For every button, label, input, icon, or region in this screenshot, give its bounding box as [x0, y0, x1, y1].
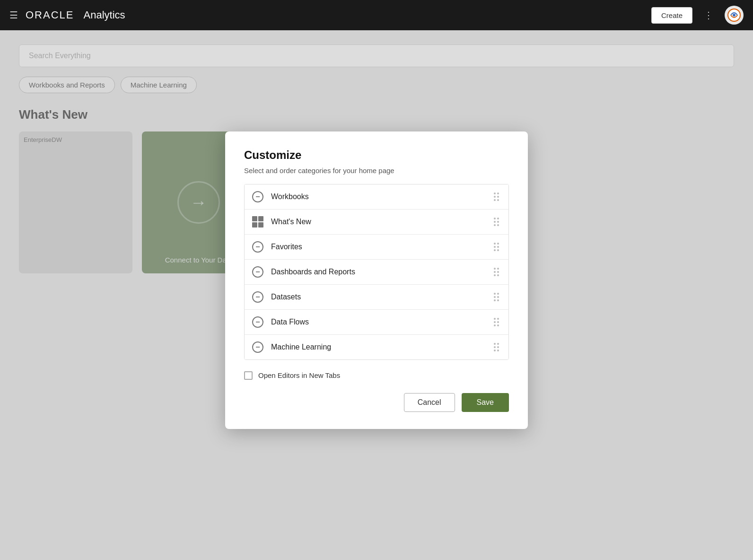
modal-actions: Cancel Save — [244, 393, 509, 412]
modal-title: Customize — [244, 149, 509, 162]
favorites-label: Favorites — [271, 243, 484, 251]
drag-whats-new-icon[interactable] — [492, 217, 501, 227]
remove-favorites-icon[interactable]: − — [252, 241, 263, 253]
modal-subtitle: Select and order categories for your hom… — [244, 166, 509, 175]
open-editors-checkbox[interactable] — [244, 371, 253, 380]
datasets-label: Datasets — [271, 293, 484, 301]
machine-learning-label: Machine Learning — [271, 343, 484, 351]
drag-workbooks-icon[interactable] — [492, 192, 501, 202]
remove-dashboards-icon[interactable]: − — [252, 266, 263, 278]
remove-machine-learning-icon[interactable]: − — [252, 341, 263, 353]
open-editors-row: Open Editors in New Tabs — [244, 371, 509, 380]
remove-data-flows-icon[interactable]: − — [252, 316, 263, 328]
whats-new-label: What's New — [271, 218, 484, 226]
remove-workbooks-icon[interactable]: − — [252, 191, 263, 202]
modal-overlay: Customize Select and order categories fo… — [0, 0, 753, 560]
drag-favorites-icon[interactable] — [492, 242, 501, 252]
drag-datasets-icon[interactable] — [492, 292, 501, 302]
list-item-datasets: − Datasets — [245, 285, 508, 310]
drag-dashboards-icon[interactable] — [492, 267, 501, 277]
remove-datasets-icon[interactable]: − — [252, 291, 263, 303]
workbooks-label: Workbooks — [271, 192, 484, 201]
list-item-workbooks: − Workbooks — [245, 184, 508, 210]
dashboards-label: Dashboards and Reports — [271, 268, 484, 276]
customize-modal: Customize Select and order categories fo… — [225, 131, 528, 429]
save-button[interactable]: Save — [462, 393, 509, 412]
category-list: − Workbooks What's New — [244, 184, 509, 360]
open-editors-label: Open Editors in New Tabs — [258, 371, 340, 379]
list-item-dashboards: − Dashboards and Reports — [245, 260, 508, 285]
drag-data-flows-icon[interactable] — [492, 317, 501, 327]
list-item-favorites: − Favorites — [245, 235, 508, 260]
list-item-whats-new: What's New — [245, 210, 508, 235]
whats-new-grid-icon[interactable] — [252, 216, 263, 228]
drag-machine-learning-icon[interactable] — [492, 342, 501, 352]
list-item-data-flows: − Data Flows — [245, 310, 508, 335]
list-item-machine-learning: − Machine Learning — [245, 335, 508, 359]
data-flows-label: Data Flows — [271, 318, 484, 326]
cancel-button[interactable]: Cancel — [404, 393, 455, 412]
